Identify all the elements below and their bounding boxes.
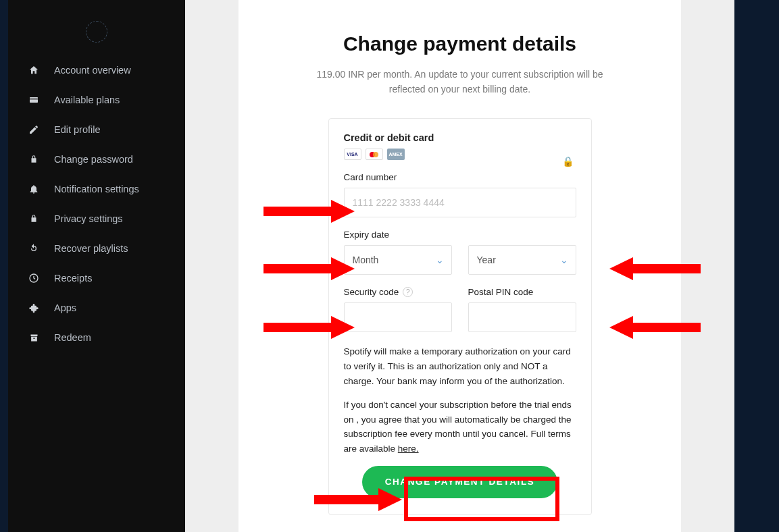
sidebar-item-privacy-settings[interactable]: Privacy settings [8,204,185,234]
payment-form: Credit or debit card VISA AMEX Card numb… [328,118,592,514]
card-brand-icons: VISA AMEX [344,149,576,160]
terms-link[interactable]: here. [398,444,419,454]
security-code-input[interactable] [344,302,452,332]
sidebar-item-account-overview[interactable]: Account overview [8,55,185,85]
amex-icon: AMEX [387,149,405,160]
sidebar-logo [8,8,185,55]
lock-icon [27,214,41,223]
sidebar-item-label: Change password [54,154,133,165]
sidebar: Account overview Available plans Edit pr… [8,0,185,532]
card-icon [27,95,41,105]
page-title: Change payment details [238,32,681,55]
sidebar-item-notification-settings[interactable]: Notification settings [8,174,185,204]
svg-rect-3 [30,334,37,336]
svg-rect-0 [30,97,38,103]
visa-icon: VISA [344,149,361,160]
svg-rect-1 [30,99,38,99]
sidebar-item-label: Apps [54,302,76,313]
main-content: Change payment details 119.00 INR per mo… [185,0,734,532]
sidebar-item-label: Privacy settings [54,213,123,224]
expiry-year-select[interactable]: Year [468,245,576,275]
card-number-input[interactable] [344,188,576,217]
expiry-month-select[interactable]: Month [344,245,452,275]
expiry-label: Expiry date [344,230,576,240]
payment-card: Change payment details 119.00 INR per mo… [238,0,681,532]
clock-icon [27,273,41,284]
mastercard-icon [366,149,383,160]
card-number-label: Card number [344,172,576,182]
lock-icon: 🔒 [562,156,574,167]
postal-pin-label: Postal PIN code [468,287,576,297]
sidebar-item-label: Recover playlists [54,243,128,254]
logo-icon [86,21,107,43]
sidebar-item-available-plans[interactable]: Available plans [8,85,185,115]
sidebar-item-label: Edit profile [54,124,101,135]
sidebar-item-edit-profile[interactable]: Edit profile [8,115,185,144]
lock-icon [27,155,41,164]
puzzle-icon [27,302,41,313]
cancellation-notice: If you don't cancel your subscription be… [344,398,576,456]
sidebar-item-change-password[interactable]: Change password [8,144,185,174]
pencil-icon [27,124,41,135]
bell-icon [27,184,41,194]
svg-rect-4 [31,336,37,341]
sidebar-item-receipts[interactable]: Receipts [8,263,185,293]
change-payment-details-button[interactable]: CHANGE PAYMENT DETAILS [362,466,558,498]
sidebar-item-label: Redeem [54,332,91,343]
archive-icon [27,333,41,343]
sidebar-item-label: Available plans [54,95,120,105]
sidebar-item-recover-playlists[interactable]: Recover playlists [8,234,185,263]
card-section-label: Credit or debit card [344,132,576,143]
svg-rect-5 [33,338,35,338]
page-subtitle: 119.00 INR per month. An update to your … [301,68,619,97]
sidebar-item-label: Receipts [54,273,92,284]
postal-pin-input[interactable] [468,302,576,332]
sidebar-item-label: Notification settings [54,184,139,194]
security-code-label: Security code ? [344,287,452,297]
home-icon [27,65,41,76]
sidebar-item-apps[interactable]: Apps [8,293,185,323]
sidebar-item-label: Account overview [54,65,131,76]
refresh-icon [27,243,41,254]
help-icon[interactable]: ? [403,287,413,297]
sidebar-item-redeem[interactable]: Redeem [8,323,185,352]
authorization-notice: Spotify will make a temporary authorizat… [344,344,576,388]
